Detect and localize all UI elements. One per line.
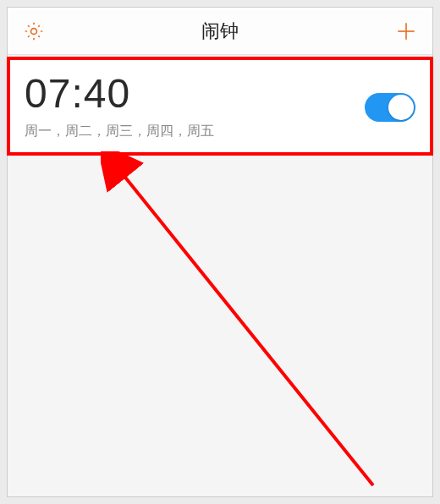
alarm-info: 07:40 周一，周二，周三，周四，周五	[25, 74, 214, 140]
alarm-days: 周一，周二，周三，周四，周五	[25, 123, 214, 140]
settings-icon[interactable]	[23, 20, 45, 42]
app-frame: 闹钟 07:40 周一，周二，周三，周四，周五	[7, 7, 433, 497]
svg-line-4	[119, 170, 373, 485]
page-title: 闹钟	[201, 19, 239, 44]
alarm-time: 07:40	[25, 74, 214, 114]
header-bar: 闹钟	[8, 8, 432, 55]
annotation-arrow	[101, 151, 388, 498]
toggle-knob	[388, 95, 414, 120]
alarm-toggle[interactable]	[365, 93, 415, 122]
svg-point-0	[31, 28, 37, 34]
alarm-item-wrapper: 07:40 周一，周二，周三，周四，周五	[8, 58, 432, 154]
alarm-item[interactable]: 07:40 周一，周二，周三，周四，周五	[8, 58, 432, 154]
add-alarm-icon[interactable]	[395, 20, 417, 42]
